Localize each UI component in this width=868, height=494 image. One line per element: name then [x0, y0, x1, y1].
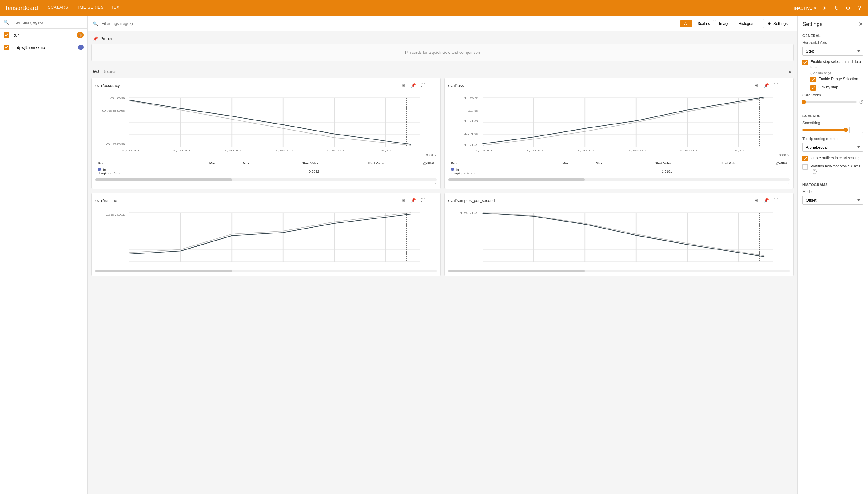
card-width-label: Card Width — [802, 93, 863, 97]
run-name-cell: tn-dpwj95pm7xmo — [96, 167, 185, 176]
step-label-accuracy: 3080 ✕ — [95, 154, 437, 157]
mode-select[interactable]: OffsetOverlay — [802, 196, 863, 205]
card-width-reset-icon[interactable]: ↺ — [859, 99, 863, 105]
pin-card-icon[interactable]: 📌 — [762, 82, 770, 89]
eval-section-title: eval 5 cards — [93, 69, 116, 74]
enable-range-checkbox[interactable] — [811, 77, 816, 82]
nav-scalars[interactable]: SCALARS — [48, 5, 68, 12]
resize-handle[interactable]: ⊿ — [95, 182, 437, 185]
chart-samples: 15.44 — [449, 206, 790, 268]
card-samples-actions: ⊞ 📌 ⛶ ⋮ — [753, 197, 790, 204]
expand-chart-icon[interactable]: ⊞ — [753, 197, 760, 204]
nav-text[interactable]: TEXT — [111, 5, 122, 12]
filter-all-btn[interactable]: All — [680, 20, 692, 27]
pin-card-icon[interactable]: 📌 — [410, 197, 417, 204]
resize-handle[interactable]: ⊿ — [449, 182, 790, 185]
expand-chart-icon[interactable]: ⊞ — [753, 82, 760, 89]
card-loss-title: eval/loss — [449, 83, 464, 88]
close-step-icon[interactable]: ✕ — [434, 154, 437, 157]
scrollbar-thumb[interactable] — [95, 270, 232, 272]
nav-time-series[interactable]: TIME SERIES — [76, 5, 104, 12]
run-header-checkbox[interactable] — [4, 32, 9, 38]
chart-loss: 1.52 1.5 1.48 1.46 1.44 2,000 2,200 2,40… — [449, 92, 790, 153]
enable-step-checkbox[interactable] — [802, 60, 808, 65]
search-icon: 🔍 — [4, 20, 9, 24]
col-delta: △Value — [387, 160, 436, 166]
more-options-icon[interactable]: ⋮ — [429, 197, 437, 204]
link-by-step-label: Link by step — [818, 85, 838, 90]
card-width-slider[interactable] — [802, 101, 856, 102]
tooltip-select[interactable]: AlphabeticalAscendingDescendingDefault — [802, 143, 863, 152]
scrollbar-samples[interactable] — [449, 270, 790, 272]
runs-filter-input[interactable] — [12, 20, 84, 24]
smoothing-value-input[interactable]: 0.99 — [849, 127, 863, 133]
filter-image-btn[interactable]: Image — [715, 20, 733, 27]
chevron-down-icon[interactable]: ▾ — [814, 6, 816, 11]
nav-right: INACTIVE ▾ ☀ ↻ ⚙ ? — [794, 5, 863, 12]
run-tn-color[interactable] — [78, 44, 84, 50]
card-samples-title: eval/samples_per_second — [449, 198, 495, 203]
settings-close-button[interactable]: ✕ — [858, 21, 863, 27]
table-row: tn-dpwj95pm7xmo 0.6892 — [96, 167, 436, 176]
scrollbar-thumb[interactable] — [449, 178, 585, 181]
palette-icon[interactable]: 🎨 — [77, 32, 84, 38]
close-step-icon[interactable]: ✕ — [787, 154, 790, 157]
fullscreen-icon[interactable]: ⛶ — [419, 82, 427, 89]
scrollbar-accuracy[interactable] — [95, 178, 437, 181]
horizontal-axis-select[interactable]: StepRelativeWall — [802, 47, 863, 56]
svg-text:1.52: 1.52 — [463, 97, 478, 100]
pin-card-icon[interactable]: 📌 — [762, 197, 770, 204]
svg-text:3,0: 3,0 — [733, 149, 744, 152]
run-item-tn: tn-dpwj95pm7xmo — [0, 41, 87, 53]
card-accuracy-title: eval/accuracy — [95, 83, 120, 88]
smoothing-slider[interactable] — [802, 129, 847, 131]
more-options-icon[interactable]: ⋮ — [782, 82, 790, 89]
help-icon[interactable]: ? — [856, 5, 863, 12]
collapse-icon[interactable]: ▲ — [788, 69, 792, 74]
partition-label: Partition non-monotonic X axis ? — [811, 164, 863, 174]
scrollbar-runtime[interactable] — [95, 270, 437, 272]
partition-checkbox[interactable] — [802, 164, 808, 170]
ignore-outliers-checkbox[interactable] — [802, 156, 808, 161]
col-run: Run ↑ — [96, 160, 185, 166]
link-by-step-checkbox[interactable] — [811, 85, 816, 91]
svg-text:15.44: 15.44 — [459, 212, 478, 215]
col-end-value: End Value — [674, 160, 739, 166]
partition-row: Partition non-monotonic X axis ? — [802, 164, 863, 174]
smoothing-thumb[interactable] — [844, 128, 848, 132]
svg-text:0.69: 0.69 — [110, 97, 126, 100]
fullscreen-icon[interactable]: ⛶ — [772, 82, 780, 89]
settings-button[interactable]: ⚙ Settings — [763, 19, 792, 28]
scrollbar-thumb[interactable] — [449, 270, 585, 272]
sidebar-search-container: 🔍 — [0, 16, 87, 28]
run-tn-checkbox[interactable] — [4, 44, 9, 50]
run-header-label: Run ↑ — [12, 33, 74, 37]
filter-scalars-btn[interactable]: Scalars — [693, 20, 714, 27]
chart-accuracy: 0.69 0.6895 0.689 2,000 2,200 2,400 2,60… — [95, 92, 437, 153]
scrollbar-thumb[interactable] — [95, 178, 232, 181]
expand-chart-icon[interactable]: ⊞ — [400, 197, 407, 204]
card-width-thumb[interactable] — [801, 100, 806, 104]
settings-icon[interactable]: ⚙ — [845, 5, 851, 12]
card-width-slider-row: ↺ — [802, 99, 863, 105]
card-eval-loss: eval/loss ⊞ 📌 ⛶ ⋮ — [445, 78, 794, 189]
more-options-icon[interactable]: ⋮ — [429, 82, 437, 89]
fullscreen-icon[interactable]: ⛶ — [772, 197, 780, 204]
more-options-icon[interactable]: ⋮ — [782, 197, 790, 204]
filter-histogram-btn[interactable]: Histogram — [735, 20, 759, 27]
tags-filter-input[interactable] — [102, 21, 677, 26]
pin-card-icon[interactable]: 📌 — [410, 82, 417, 89]
refresh-icon[interactable]: ↻ — [833, 5, 840, 12]
ignore-outliers-row: Ignore outliers in chart scaling — [802, 155, 863, 161]
tooltip-label: Tooltip sorting method — [802, 137, 863, 141]
partition-help-icon[interactable]: ? — [812, 169, 817, 174]
col-max: Max — [571, 160, 604, 166]
fullscreen-icon[interactable]: ⛶ — [419, 197, 427, 204]
svg-text:1.44: 1.44 — [463, 144, 478, 147]
brightness-icon[interactable]: ☀ — [821, 5, 828, 12]
scrollbar-loss[interactable] — [449, 178, 790, 181]
svg-text:3,0: 3,0 — [380, 149, 391, 152]
expand-chart-icon[interactable]: ⊞ — [400, 82, 407, 89]
layout: 🔍 Run ↑ 🎨 tn-dpwj95pm7xmo — [0, 16, 868, 494]
top-nav: TensorBoard SCALARS TIME SERIES TEXT INA… — [0, 0, 868, 16]
